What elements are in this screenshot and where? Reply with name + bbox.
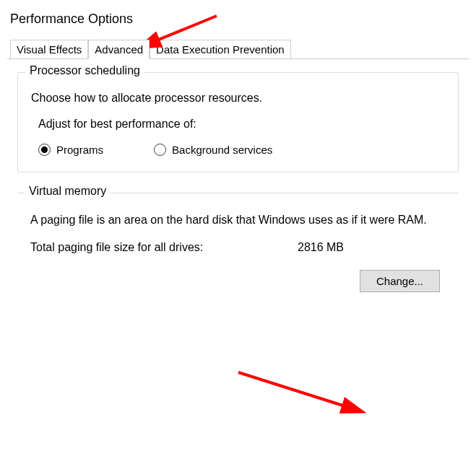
tab-advanced[interactable]: Advanced	[88, 40, 150, 59]
group-virtual-memory: Virtual memory A paging file is an area …	[17, 193, 459, 295]
total-paging-label: Total paging file size for all drives:	[30, 241, 298, 254]
change-button[interactable]: Change...	[360, 270, 440, 292]
radio-selected-icon	[38, 144, 51, 156]
window-title: Performance Options	[10, 12, 466, 27]
radio-background-label: Background services	[172, 144, 272, 156]
radio-unselected-icon	[154, 144, 166, 156]
radio-background-services[interactable]: Background services	[154, 144, 272, 156]
total-paging-value: 2816 MB	[298, 241, 446, 254]
adjust-label: Adjust for best performance of:	[38, 118, 445, 131]
group-label-virtual-memory: Virtual memory	[25, 185, 111, 198]
tab-panel-advanced: Processor scheduling Choose how to alloc…	[7, 59, 469, 323]
radio-programs[interactable]: Programs	[38, 144, 103, 156]
tab-row: Visual Effects Advanced Data Execution P…	[7, 40, 469, 59]
tab-visual-effects[interactable]: Visual Effects	[10, 40, 88, 58]
group-label-processor: Processor scheduling	[25, 64, 144, 77]
radio-programs-label: Programs	[56, 144, 103, 156]
processor-description: Choose how to allocate processor resourc…	[31, 92, 445, 105]
virtual-memory-description: A paging file is an area on the hard dis…	[30, 212, 446, 228]
tab-dep[interactable]: Data Execution Prevention	[150, 40, 291, 58]
arrow-to-change-button	[238, 372, 361, 411]
group-processor-scheduling: Processor scheduling Choose how to alloc…	[17, 72, 459, 172]
